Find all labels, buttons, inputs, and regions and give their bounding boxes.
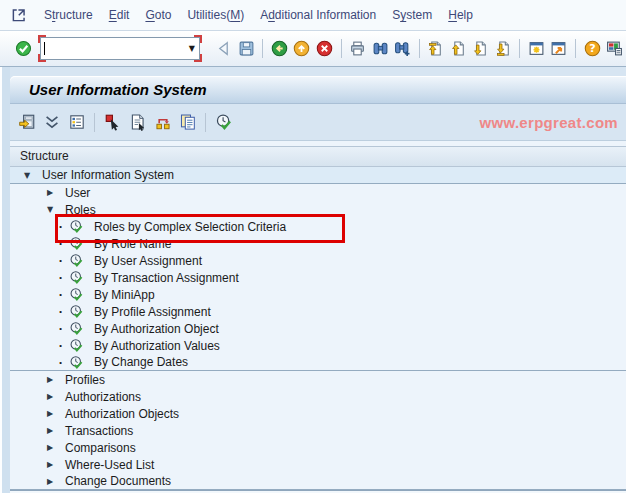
other-object-icon[interactable] [14, 110, 39, 135]
tree-label: Roles by Complex Selection Criteria [94, 220, 286, 234]
tree-row-by-user-assignment[interactable]: ·By User Assignment [10, 252, 626, 269]
execute-clock-icon[interactable] [69, 354, 85, 370]
tree-row-user-information-system[interactable]: ▼User Information System [10, 167, 626, 184]
tree-row-roles[interactable]: ▼Roles [10, 201, 626, 218]
sort-icon[interactable] [150, 110, 175, 135]
application-toolbar-icons [14, 110, 236, 135]
list-display-icon[interactable] [64, 110, 89, 135]
chevron-right-icon[interactable]: ▶ [47, 439, 59, 456]
title-bar: User Information System [10, 76, 626, 104]
select-block-icon[interactable] [100, 110, 125, 135]
first-page-icon[interactable] [425, 37, 447, 60]
focus-corner [194, 54, 202, 62]
command-input[interactable] [45, 38, 184, 59]
tree-row-change-documents[interactable]: ▶Change Documents [10, 473, 626, 490]
create-shortcut-icon[interactable] [548, 37, 570, 60]
tree-bullet: · [56, 253, 66, 268]
execute-clock-icon[interactable] [69, 287, 85, 303]
collapse-all-icon[interactable] [39, 110, 64, 135]
tree-row-by-change-dates[interactable]: ·By Change Dates [10, 354, 626, 371]
tree-bullet: · [56, 355, 66, 370]
help-icon[interactable]: ? [581, 37, 603, 60]
customize-layout-icon[interactable] [604, 37, 626, 60]
sap-system-menu-icon[interactable] [10, 6, 28, 24]
new-session-icon[interactable] [525, 37, 547, 60]
tree-label: User [65, 186, 90, 200]
tree-row-by-authorization-object[interactable]: ·By Authorization Object [10, 320, 626, 337]
execute-clock-icon[interactable] [69, 236, 85, 252]
last-page-icon[interactable] [492, 37, 514, 60]
chevron-down-icon[interactable]: ▼ [47, 201, 59, 218]
back-circle-icon[interactable] [268, 37, 290, 60]
toolbar-separator [262, 39, 263, 58]
tree-row-roles-by-complex-selection-criteria[interactable]: ·Roles by Complex Selection Criteria [10, 218, 626, 235]
menu-item-system[interactable]: System [384, 5, 440, 25]
main-area: User Information System www.erpgreat.com… [0, 67, 626, 493]
chevron-right-icon[interactable]: ▶ [47, 473, 59, 490]
tree-label: User Information System [42, 168, 174, 182]
focus-corner [38, 35, 46, 43]
execute-clock-icon[interactable] [69, 338, 85, 354]
tree-row-transactions[interactable]: ▶Transactions [10, 422, 626, 439]
save-icon[interactable] [235, 37, 257, 60]
execute-clock-icon[interactable] [69, 219, 85, 235]
tree-bullet: · [56, 287, 66, 302]
chevron-right-icon[interactable]: ▶ [47, 405, 59, 422]
application-toolbar: www.erpgreat.com [10, 104, 626, 141]
find-next-icon[interactable] [391, 37, 413, 60]
tree-row-by-authorization-values[interactable]: ·By Authorization Values [10, 337, 626, 354]
tree-label: By Role Name [94, 237, 171, 251]
menu-item-help[interactable]: Help [440, 5, 481, 25]
command-dropdown-icon[interactable]: ▼ [184, 44, 199, 53]
tree-label: Where-Used List [65, 458, 154, 472]
tree-row-authorization-objects[interactable]: ▶Authorization Objects [10, 405, 626, 422]
chevron-down-icon[interactable]: ▼ [24, 167, 36, 184]
tree-row-user[interactable]: ▶User [10, 184, 626, 201]
tree-row-where-used-list[interactable]: ▶Where-Used List [10, 456, 626, 473]
menu-item-additional-information[interactable]: Additional Information [252, 5, 384, 25]
tree-row-by-role-name[interactable]: ·By Role Name [10, 235, 626, 252]
execute-clock-icon[interactable] [69, 321, 85, 337]
menu-item-goto[interactable]: Goto [137, 5, 179, 25]
find-icon[interactable] [369, 37, 391, 60]
menu-item-utilities-m[interactable]: Utilities(M) [179, 5, 252, 25]
execute-clock-icon[interactable] [69, 270, 85, 286]
menu-item-edit[interactable]: Edit [101, 5, 138, 25]
toolbar-separator [205, 113, 206, 132]
tree-row-by-miniapp[interactable]: ·By MiniApp [10, 286, 626, 303]
tree-row-by-transaction-assignment[interactable]: ·By Transaction Assignment [10, 269, 626, 286]
copy-icon[interactable] [175, 110, 200, 135]
execute-clock-icon[interactable] [211, 110, 236, 135]
chevron-right-icon[interactable]: ▶ [47, 388, 59, 405]
tree-label: Profiles [65, 373, 105, 387]
menu-item-structure[interactable]: Structure [36, 5, 101, 25]
exit-circle-icon[interactable] [291, 37, 313, 60]
execute-clock-icon[interactable] [69, 304, 85, 320]
next-page-icon[interactable] [470, 37, 492, 60]
chevron-right-icon[interactable]: ▶ [47, 184, 59, 201]
tree-row-by-profile-assignment[interactable]: ·By Profile Assignment [10, 303, 626, 320]
tree-row-authorizations[interactable]: ▶Authorizations [10, 388, 626, 405]
chevron-right-icon[interactable]: ▶ [47, 456, 59, 473]
tree: ▼User Information System▶User▼Roles·Role… [10, 167, 626, 490]
back-icon[interactable] [212, 37, 234, 60]
tree-header: Structure [10, 146, 626, 167]
prev-page-icon[interactable] [447, 37, 469, 60]
tree-label: By Authorization Values [94, 339, 220, 353]
toolbar-separator [419, 39, 420, 58]
cancel-circle-icon[interactable] [313, 37, 335, 60]
tree-row-profiles[interactable]: ▶Profiles [10, 371, 626, 388]
enter-icon[interactable] [12, 37, 34, 60]
tree-label: By MiniApp [94, 288, 155, 302]
chevron-right-icon[interactable]: ▶ [47, 422, 59, 439]
tree-label: Change Documents [65, 474, 171, 488]
doc-select-icon[interactable] [125, 110, 150, 135]
focus-corner [194, 35, 202, 43]
tree-row-comparisons[interactable]: ▶Comparisons [10, 439, 626, 456]
sap-window: StructureEditGotoUtilities(M)Additional … [0, 0, 626, 493]
chevron-right-icon[interactable]: ▶ [47, 371, 59, 388]
print-icon[interactable] [346, 37, 368, 60]
execute-clock-icon[interactable] [69, 253, 85, 269]
tree-bullet: · [56, 321, 66, 336]
tree-label: By Transaction Assignment [94, 271, 239, 285]
